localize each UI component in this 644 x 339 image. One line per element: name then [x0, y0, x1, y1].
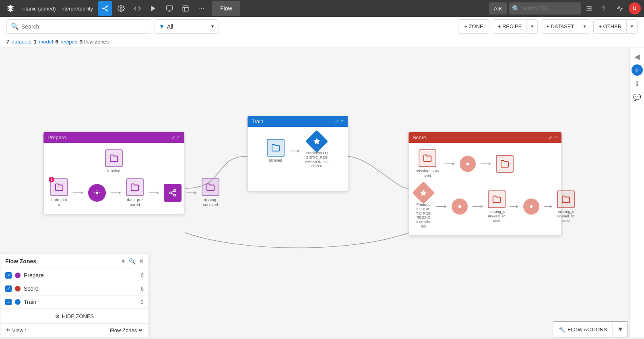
fz-name-prepare: Prepare: [24, 272, 140, 279]
svg-point-24: [458, 205, 461, 208]
prepare-collapse-icon[interactable]: □: [178, 135, 180, 141]
filter-dropdown[interactable]: ▼ All ▼: [155, 19, 219, 34]
fz-search-icon[interactable]: 🔍: [129, 258, 136, 265]
global-search[interactable]: 🔍: [509, 2, 581, 14]
node-labeled-out[interactable]: labeled: [105, 149, 123, 174]
search-icon: 🔍: [11, 23, 19, 30]
node-missing-survived-score[interactable]: missing_survived: [415, 149, 440, 178]
notebook-nav-btn[interactable]: [162, 1, 177, 16]
play-nav-btn[interactable]: [146, 1, 161, 16]
settings-nav-btn[interactable]: [114, 1, 128, 16]
code-nav-btn[interactable]: [130, 1, 144, 16]
search-input[interactable]: [21, 23, 147, 30]
fz-checkbox-train[interactable]: [5, 299, 12, 305]
score-row1: missing_survived: [415, 149, 555, 178]
fz-name-score: Score: [24, 285, 140, 292]
hide-zones-button[interactable]: ⊛ HIDE ZONES: [0, 309, 149, 323]
rs-add-icon[interactable]: +: [632, 64, 643, 76]
train-zone-header: Train ⤢ □: [248, 116, 348, 127]
score-collapse-icon[interactable]: □: [555, 135, 557, 141]
fz-count-score: 6: [140, 285, 144, 292]
svg-line-4: [103, 8, 107, 10]
node-missing-scored2[interactable]: missing_survived_scored: [557, 190, 575, 223]
recipe-button[interactable]: + RECIPE: [493, 20, 527, 33]
svg-point-20: [174, 194, 176, 196]
top-nav: Titanic (zoned) - interpretability ··· F…: [0, 0, 644, 17]
rs-back-icon[interactable]: ◀: [631, 51, 643, 63]
datasets-link[interactable]: datasets: [12, 39, 31, 45]
node-score-recipe1[interactable]: [460, 156, 476, 172]
fz-dot-train: [15, 299, 21, 305]
other-button[interactable]: + OTHER: [594, 20, 627, 33]
model-link[interactable]: model: [39, 39, 53, 45]
analytics-icon[interactable]: [613, 1, 627, 16]
recipe-dropdown-arrow[interactable]: ▼: [527, 20, 537, 33]
svg-point-0: [102, 8, 103, 9]
score-zone-header: Score ⤢ □: [409, 132, 561, 143]
svg-point-23: [466, 163, 469, 165]
svg-point-18: [174, 190, 176, 192]
more-nav-btn[interactable]: ···: [194, 1, 209, 16]
node-data-prepared[interactable]: data_prepared: [126, 178, 144, 207]
fz-count-prepare: 6: [140, 272, 144, 279]
dataset-button-group: + DATASET ▼: [541, 19, 590, 34]
train-collapse-icon[interactable]: □: [341, 119, 344, 124]
svg-line-3: [103, 7, 107, 8]
global-search-input[interactable]: [522, 6, 578, 11]
score-expand-icon[interactable]: ⤢: [548, 135, 552, 141]
user-avatar[interactable]: U: [629, 2, 641, 14]
dataset-button[interactable]: + DATASET: [541, 20, 579, 33]
svg-rect-10: [183, 6, 188, 11]
fz-settings-icon[interactable]: ✦: [121, 258, 126, 265]
aik-button[interactable]: AIK: [489, 2, 507, 14]
prepare-zone-body: labeled 1 train_data: [43, 143, 184, 214]
grid-icon[interactable]: ⊞: [583, 2, 595, 14]
fz-checkbox-prepare[interactable]: [5, 272, 12, 279]
layout-nav-btn[interactable]: [178, 1, 193, 16]
svg-line-22: [171, 191, 174, 192]
fz-checkbox-score[interactable]: [5, 285, 12, 292]
train-zone-title: Train: [252, 118, 263, 124]
other-dropdown-arrow[interactable]: ▼: [627, 20, 637, 33]
svg-point-5: [120, 8, 122, 10]
node-train-recipe[interactable]: Prediction LOGISTIC_REGRESSION on labele…: [305, 133, 329, 168]
eye-icon: 👁: [5, 327, 10, 333]
node-score-out[interactable]: [496, 155, 514, 173]
flow-tab[interactable]: Flow: [212, 1, 240, 16]
prepare-expand-icon[interactable]: ⤢: [171, 135, 175, 141]
flow-nav-btn[interactable]: [98, 1, 112, 16]
flow-canvas: Prepare ⤢ □ labeled: [0, 48, 644, 337]
fz-close-icon[interactable]: ✕: [139, 258, 144, 265]
train-expand-icon[interactable]: ⤢: [335, 119, 339, 124]
node-train-data[interactable]: 1 train_data: [50, 178, 68, 207]
svg-point-2: [107, 10, 108, 11]
app-logo[interactable]: [3, 4, 18, 12]
node-recipe-prepare2[interactable]: [164, 184, 182, 202]
recipe-button-group: + RECIPE ▼: [493, 19, 538, 34]
zone-button[interactable]: + ZONE: [458, 19, 489, 34]
recipes-link[interactable]: recipes: [60, 39, 77, 45]
node-pred-logistic[interactable]: Prediction LOGISTIC REGRESSION on labele…: [415, 185, 431, 229]
wrench-icon: 🔧: [559, 327, 565, 333]
train-node-row: labeled Prediction LOGISTIC_REGRESSION o…: [254, 133, 341, 168]
view-select[interactable]: Flow Zones: [108, 327, 144, 334]
node-recipe-prepare1[interactable]: [88, 184, 106, 202]
svg-point-25: [530, 205, 533, 208]
flow-actions-main[interactable]: 🔧 FLOW ACTIONS: [553, 322, 613, 337]
score-zone: Score ⤢ □ missing_survived: [409, 132, 561, 236]
right-sidebar: ◀ + ℹ 💬: [630, 48, 644, 337]
help-icon[interactable]: ?: [597, 1, 611, 16]
node-labeled-train[interactable]: labeled: [267, 139, 285, 163]
rs-info-icon[interactable]: ℹ: [631, 77, 643, 89]
node-score-recipe2[interactable]: [452, 198, 468, 215]
node-score-recipe3[interactable]: [523, 198, 539, 215]
svg-point-19: [170, 192, 172, 194]
summary-bar: 7 datasets 1 model 6 recipes 3 flow zone…: [0, 36, 644, 48]
search-box[interactable]: 🔍: [6, 19, 151, 34]
node-missing-scored[interactable]: missing_survived_scored: [488, 190, 506, 223]
flow-actions-arrow[interactable]: ▼: [613, 322, 627, 337]
dataset-dropdown-arrow[interactable]: ▼: [579, 20, 590, 33]
flow-zones-title: Flow Zones: [5, 258, 36, 265]
rs-chat-icon[interactable]: 💬: [631, 91, 643, 103]
node-missing-survived-prep[interactable]: missing_survived: [202, 178, 219, 207]
